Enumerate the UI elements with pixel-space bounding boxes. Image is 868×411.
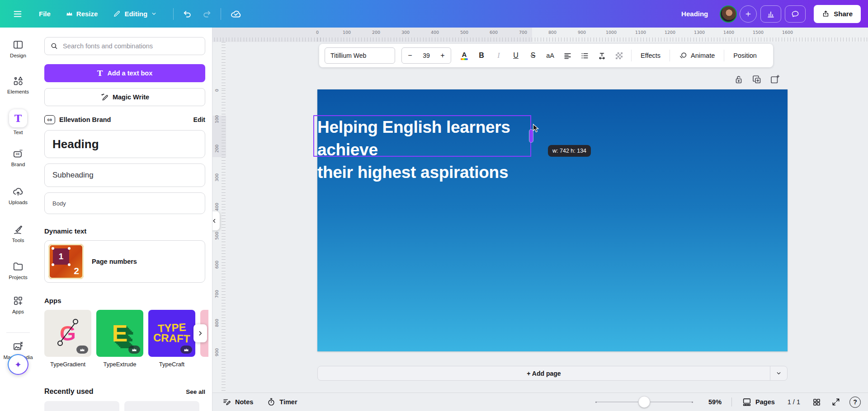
recently-used-row — [44, 401, 205, 411]
add-page-label: + Add page — [318, 370, 770, 377]
style-subheading-card[interactable]: Subheading — [44, 163, 205, 187]
notes-button[interactable]: Notes — [222, 397, 253, 406]
divider — [670, 50, 670, 61]
style-body-card[interactable]: Body — [44, 192, 205, 214]
timer-button[interactable]: Timer — [267, 397, 297, 406]
zoom-slider[interactable] — [595, 396, 693, 408]
ruler-label: 0 — [316, 30, 319, 35]
sidebar-item-projects[interactable]: Projects — [0, 261, 36, 280]
ruler-label: 800 — [214, 319, 219, 327]
divider — [724, 50, 724, 61]
zoom-percent[interactable]: 59% — [708, 398, 722, 406]
font-family-select[interactable]: Titillium Web — [325, 47, 395, 64]
spacing-button[interactable] — [594, 48, 609, 63]
transparency-icon — [616, 52, 623, 59]
app-typegradient[interactable]: G — [44, 310, 91, 357]
lock-button[interactable] — [733, 74, 744, 85]
zoom-slider-thumb[interactable] — [638, 396, 650, 408]
unlock-icon — [733, 74, 744, 85]
resize-label: Resize — [76, 10, 98, 18]
alignment-button[interactable] — [560, 48, 575, 63]
canva-editor: File Resize Editing — [0, 0, 868, 411]
font-size-decrease-button[interactable]: − — [404, 51, 416, 60]
sidebar-item-brand[interactable]: co Brand — [0, 148, 36, 167]
add-page-button[interactable]: + Add page — [317, 366, 788, 381]
sidebar-item-design[interactable]: Design — [0, 39, 36, 58]
underline-button[interactable]: U — [508, 48, 524, 63]
recent-item-card[interactable] — [44, 401, 119, 411]
avatar[interactable] — [720, 5, 737, 23]
bold-button[interactable]: B — [474, 48, 489, 63]
comments-button[interactable] — [785, 5, 806, 23]
add-page-icon-button[interactable] — [769, 74, 780, 85]
app-typecraft[interactable]: TYPE CRAFT — [148, 310, 195, 357]
canva-assistant-button[interactable]: ✦ — [8, 354, 28, 375]
redo-button[interactable] — [197, 5, 216, 23]
ruler-label: 800 — [548, 30, 557, 35]
pro-crown-badge — [128, 346, 140, 354]
search-input[interactable] — [63, 42, 199, 50]
undo-button[interactable] — [178, 5, 197, 23]
search-icon — [50, 42, 58, 50]
editing-mode-button[interactable]: Editing — [108, 6, 161, 21]
font-size-value[interactable]: 39 — [423, 52, 430, 59]
tools-icon — [12, 224, 24, 235]
selection-box[interactable] — [313, 115, 531, 157]
style-body-label: Body — [52, 200, 66, 207]
sidebar-item-text[interactable]: T Text — [0, 109, 36, 135]
duplicate-page-button[interactable] — [751, 74, 762, 85]
help-icon: ? — [849, 397, 861, 408]
italic-button[interactable]: I — [491, 48, 506, 63]
add-page-menu-button[interactable] — [770, 366, 787, 380]
svg-text:co: co — [16, 152, 19, 155]
page-numbers-card[interactable]: 1 2 Page numbers — [44, 240, 205, 283]
insights-button[interactable] — [760, 5, 781, 23]
fullscreen-button[interactable] — [831, 397, 840, 406]
sidebar-item-tools[interactable]: Tools — [0, 224, 36, 243]
app-typeextrude[interactable]: E — [96, 310, 143, 357]
sidebar-item-apps[interactable]: Apps — [0, 295, 36, 314]
brand-kit-icon: co — [44, 115, 55, 124]
sidebar-item-uploads[interactable]: Uploads — [0, 186, 36, 205]
text-color-button[interactable]: A — [457, 48, 472, 63]
text-case-button[interactable]: aA — [542, 48, 558, 63]
pages-button[interactable]: Pages — [742, 397, 775, 407]
comment-icon — [791, 9, 800, 19]
strikethrough-button[interactable]: S — [525, 48, 541, 63]
help-button[interactable]: ? — [849, 397, 861, 408]
apps-next-button[interactable] — [193, 324, 207, 342]
file-menu-button[interactable]: File — [34, 6, 55, 21]
transparency-button[interactable] — [611, 48, 627, 63]
font-size-increase-button[interactable]: + — [436, 51, 449, 60]
size-tooltip: w: 742 h: 134 — [548, 145, 591, 157]
grid-view-icon — [812, 397, 821, 407]
pencil-icon — [113, 10, 121, 18]
see-all-link[interactable]: See all — [186, 388, 205, 395]
magic-write-button[interactable]: Magic Write — [44, 88, 205, 106]
add-member-button[interactable] — [740, 5, 757, 23]
recent-item-card[interactable] — [124, 401, 199, 411]
text-color-glyph: A — [462, 51, 467, 58]
sidebar-item-elements[interactable]: Elements — [0, 75, 36, 94]
animate-button[interactable]: Animate — [675, 51, 719, 60]
align-left-icon — [563, 51, 572, 60]
doc-title[interactable]: Heading — [681, 10, 708, 18]
grid-view-button[interactable] — [812, 397, 821, 407]
ruler-label: 1400 — [723, 30, 734, 35]
resize-button[interactable]: Resize — [61, 6, 103, 21]
save-status-button[interactable] — [226, 5, 246, 23]
ruler-label: 1600 — [782, 30, 793, 35]
position-button[interactable]: Position — [729, 52, 761, 59]
search-box[interactable] — [44, 37, 205, 55]
main-menu-button[interactable] — [8, 5, 27, 23]
sidebar-label: Brand — [11, 162, 25, 167]
effects-button[interactable]: Effects — [636, 52, 665, 59]
style-heading-card[interactable]: Heading — [44, 130, 205, 158]
add-text-box-button[interactable]: T Add a text box — [44, 64, 205, 82]
pro-crown-badge — [76, 346, 88, 354]
share-button[interactable]: Share — [814, 5, 861, 23]
brand-edit-link[interactable]: Edit — [193, 116, 205, 123]
list-button[interactable] — [577, 48, 592, 63]
page-indicator: 1 / 1 — [788, 398, 800, 406]
text-panel: T Add a text box Magic Write co Ellevati… — [36, 28, 212, 411]
